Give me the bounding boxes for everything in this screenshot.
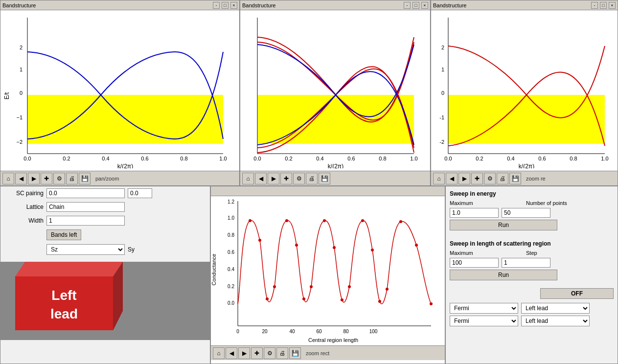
svg-point-71 (310, 285, 313, 288)
svg-point-66 (266, 297, 269, 300)
band-svg-3: 2 1 0 -1 -2 0.0 0.2 0.4 0.6 0.8 1.0 k/(2… (434, 13, 612, 168)
svg-text:2: 2 (441, 45, 444, 50)
band-svg-2: 0.0 0.2 0.4 0.6 0.8 1.0 k/(2π) (243, 13, 425, 168)
band-plot-3: 2 1 0 -1 -2 0.0 0.2 0.4 0.6 0.8 1.0 k/(2… (434, 13, 612, 168)
svg-text:0.4: 0.4 (228, 267, 234, 272)
svg-text:lead: lead (50, 306, 78, 321)
svg-text:1: 1 (20, 67, 23, 72)
print-btn-c[interactable]: 🖨 (276, 347, 288, 359)
svg-point-73 (333, 246, 336, 249)
lead-select-1[interactable]: Left lead (521, 303, 590, 314)
maximize-btn-3[interactable]: □ (600, 2, 607, 9)
save-btn-1[interactable]: 💾 (79, 173, 91, 184)
conductance-window: 1.2 1.0 0.8 0.6 0.4 0.2 0.0 Conductance … (210, 186, 445, 364)
forward-btn-2[interactable]: ▶ (268, 173, 279, 184)
fermi-lead-row-2: Fermi Left lead (450, 316, 614, 326)
settings-btn-3[interactable]: ⚙ (484, 173, 496, 184)
back-btn-1[interactable]: ◀ (15, 173, 27, 184)
home-btn-3[interactable]: ⌂ (433, 173, 445, 184)
close-btn-3[interactable]: × (609, 2, 616, 9)
cross-btn-3[interactable]: ✚ (471, 173, 483, 184)
svg-point-69 (295, 244, 298, 247)
cross-btn-2[interactable]: ✚ (280, 173, 292, 184)
svg-text:0.2: 0.2 (228, 284, 234, 289)
back-btn-c[interactable]: ◀ (226, 347, 237, 359)
minimize-btn-1[interactable]: - (213, 2, 220, 9)
print-btn-1[interactable]: 🖨 (66, 173, 78, 184)
maximize-btn-1[interactable]: □ (222, 2, 229, 9)
home-btn-c[interactable]: ⌂ (213, 347, 225, 359)
bandstructure-window-1: Bandstructure - □ × 2 1 0 −1 −2 E/t 0.0 … (0, 0, 240, 186)
off-btn[interactable]: OFF (540, 288, 614, 299)
svg-point-79 (386, 288, 389, 291)
window-controls-2[interactable]: - □ × (404, 2, 428, 9)
width-row: Width (0, 214, 210, 228)
window-controls-1[interactable]: - □ × (213, 2, 237, 9)
svg-text:Left: Left (51, 288, 76, 303)
max-energy-input[interactable] (450, 208, 499, 218)
window-controls-3[interactable]: - □ × (591, 2, 616, 9)
run-energy-btn[interactable]: Run (450, 220, 557, 230)
lattice-input[interactable] (46, 202, 125, 212)
window-title-1: Bandstructure (2, 2, 36, 8)
npoints-input[interactable] (502, 208, 550, 218)
window-title-3: Bandstructure (433, 2, 466, 8)
svg-text:0.4: 0.4 (316, 156, 323, 161)
back-btn-2[interactable]: ◀ (255, 173, 267, 184)
svg-text:0.8: 0.8 (180, 156, 187, 161)
conductance-titlebar (211, 186, 445, 196)
svg-text:-2: -2 (439, 139, 444, 145)
fermi-select-2[interactable]: Fermi (450, 316, 518, 326)
sc-pairing-input2[interactable] (128, 188, 152, 198)
sz-select[interactable]: Sz (46, 244, 125, 255)
settings-btn-1[interactable]: ⚙ (53, 173, 65, 184)
save-btn-c[interactable]: 💾 (289, 347, 301, 359)
save-btn-2[interactable]: 💾 (319, 173, 330, 184)
print-btn-3[interactable]: 🖨 (497, 173, 508, 184)
settings-btn-c[interactable]: ⚙ (264, 347, 275, 359)
svg-text:1: 1 (441, 67, 444, 72)
forward-btn-1[interactable]: ▶ (28, 173, 40, 184)
svg-text:0.6: 0.6 (347, 156, 355, 161)
sweep-length-header: Maximum Step (450, 250, 614, 256)
fermi-select-1[interactable]: Fermi (450, 303, 518, 314)
svg-text:0.8: 0.8 (228, 232, 234, 238)
settings-btn-2[interactable]: ⚙ (293, 173, 305, 184)
conductance-toolbar-label: zoom rect (306, 350, 329, 356)
minimize-btn-3[interactable]: - (591, 2, 598, 9)
width-input[interactable] (46, 216, 125, 226)
svg-text:1.2: 1.2 (228, 199, 234, 205)
forward-btn-c[interactable]: ▶ (238, 347, 250, 359)
svg-text:0: 0 (20, 90, 23, 96)
close-btn-2[interactable]: × (421, 2, 428, 9)
max-length-input[interactable] (450, 258, 499, 268)
run-length-btn[interactable]: Run (450, 270, 557, 280)
sc-pairing-row: SC pairing (0, 186, 210, 200)
close-btn-1[interactable]: × (230, 2, 237, 9)
sc-pairing-input[interactable] (46, 188, 125, 198)
back-btn-3[interactable]: ◀ (446, 173, 458, 184)
svg-marker-43 (15, 262, 123, 276)
lead-select-2[interactable]: Left lead (521, 316, 590, 326)
step-input[interactable] (502, 258, 550, 268)
toolbar-3: ⌂ ◀ ▶ ✚ ⚙ 🖨 💾 zoom re (431, 171, 618, 185)
cross-btn-c[interactable]: ✚ (251, 347, 263, 359)
home-btn-1[interactable]: ⌂ (2, 173, 14, 184)
right-panel: Sweep in energy Maximum Number of points… (445, 186, 618, 364)
svg-text:0: 0 (441, 90, 444, 96)
svg-text:1.0: 1.0 (219, 156, 227, 161)
save-btn-3[interactable]: 💾 (509, 173, 521, 184)
print-btn-2[interactable]: 🖨 (306, 173, 318, 184)
minimize-btn-2[interactable]: - (404, 2, 411, 9)
forward-btn-3[interactable]: ▶ (458, 173, 470, 184)
home-btn-2[interactable]: ⌂ (242, 173, 254, 184)
control-panel: SC pairing Lattice Width Bands left Sz S… (0, 186, 210, 364)
bands-left-btn[interactable]: Bands left (46, 229, 81, 240)
svg-point-68 (285, 219, 288, 222)
lead-visualization: Left lead (0, 262, 211, 340)
svg-text:E/t: E/t (3, 92, 10, 99)
conductance-toolbar: ⌂ ◀ ▶ ✚ ⚙ 🖨 💾 zoom rect (211, 345, 445, 360)
maximize-btn-2[interactable]: □ (412, 2, 419, 9)
fermi-lead-row-1: Fermi Left lead (450, 303, 614, 314)
cross-btn-1[interactable]: ✚ (41, 173, 52, 184)
